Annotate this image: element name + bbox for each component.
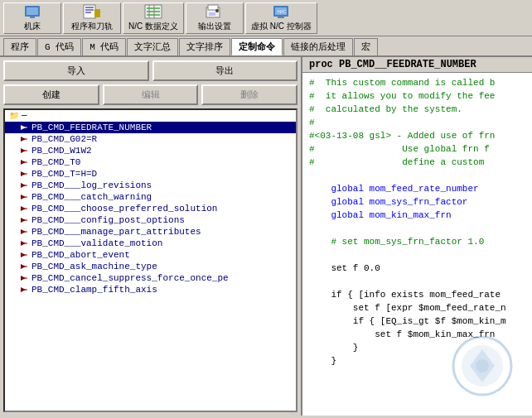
tree-item-t0-label: PB_CMD_T0 xyxy=(31,157,80,167)
cmd-arrow-icon-11 xyxy=(18,262,30,271)
cmd-arrow-icon-13 xyxy=(18,285,30,295)
main-content: 导入 导出 创建 编辑 删除 📁 ─ PB_CMD_FEEDRATE_NUMBE… xyxy=(0,57,532,416)
tree-item-manage-label: PB_CMD___manage_part_attributes xyxy=(31,227,201,237)
tab-row: 程序 G 代码 M 代码 文字汇总 文字排序 定制命令 链接的后处理 宏 xyxy=(0,36,532,57)
tree-item-choose[interactable]: PB_CMD___choose_preferred_solution xyxy=(5,203,296,214)
tree-item-clamp[interactable]: PB_CMD_clamp_fifth_axis xyxy=(5,284,296,295)
create-button[interactable]: 创建 xyxy=(3,84,99,105)
code-line-6: # define a custom xyxy=(309,156,525,169)
code-editor: proc PB_CMD__FEEDRATE_NUMBER # This cust… xyxy=(302,57,532,416)
toolbar-machine-label: 机床 xyxy=(24,21,41,32)
code-line-2: # calculated by the system. xyxy=(309,103,525,116)
tree-item-validate-label: PB_CMD___validate_motion xyxy=(31,238,162,248)
toolbar-program-label: 程序和刀轨 xyxy=(71,21,113,32)
tree-item-t0[interactable]: PB_CMD_T0 xyxy=(5,156,296,168)
tree-item-ask-machine-label: PB_CMD_ask_machine_type xyxy=(31,262,157,271)
tree-item-validate[interactable]: PB_CMD___validate_motion xyxy=(5,238,296,249)
left-panel: 导入 导出 创建 编辑 删除 📁 ─ PB_CMD_FEEDRATE_NUMBE… xyxy=(0,57,302,416)
toolbar-machine-btn[interactable]: 机床 xyxy=(3,2,61,34)
tree-item-thd[interactable]: PB_CMD_T=H=D xyxy=(5,168,296,180)
tab-text-arrange[interactable]: 文字排序 xyxy=(179,38,230,55)
code-line-10: global mom_kin_max_frn xyxy=(309,209,525,222)
toolbar-program-btn[interactable]: 程序和刀轨 xyxy=(63,2,121,34)
export-button[interactable]: 导出 xyxy=(152,60,298,81)
program-icon xyxy=(83,4,101,19)
tree-item-cancel-label: PB_CMD_cancel_suppress_force_once_pe xyxy=(31,273,229,283)
tree-item-abort[interactable]: PB_CMD_abort_event xyxy=(5,249,296,261)
code-line-13 xyxy=(309,248,525,262)
virtual-nc-icon: N/C xyxy=(272,4,290,19)
import-button[interactable]: 导入 xyxy=(3,60,149,81)
output-icon xyxy=(206,4,224,19)
command-tree[interactable]: 📁 ─ PB_CMD_FEEDRATE_NUMBER PB_CMD_G02=R xyxy=(3,108,297,412)
proc-header: proc PB_CMD__FEEDRATE_NUMBER xyxy=(302,57,532,73)
tree-item-cancel[interactable]: PB_CMD_cancel_suppress_force_once_pe xyxy=(5,272,296,284)
svg-rect-7 xyxy=(94,9,100,17)
tree-item-abort-label: PB_CMD_abort_event xyxy=(31,250,130,260)
tree-item-log[interactable]: PB_CMD___log_revisions xyxy=(5,180,296,191)
code-line-19: set f $mom_kin_max_frn xyxy=(309,328,525,341)
code-line-17: set f [expr $mom_feed_rate_n xyxy=(309,301,525,315)
code-line-3: # xyxy=(309,116,525,129)
cmd-arrow-icon-8 xyxy=(18,227,30,237)
delete-button[interactable]: 删除 xyxy=(201,84,297,105)
code-line-18: if { [EQ_is_gt $f $mom_kin_m xyxy=(309,315,525,328)
tab-g-code[interactable]: G 代码 xyxy=(37,38,81,55)
svg-point-16 xyxy=(215,9,219,12)
cmd-arrow-icon-12 xyxy=(18,273,30,283)
tab-macro[interactable]: 宏 xyxy=(354,38,378,55)
toolbar-output-btn[interactable]: 输出设置 xyxy=(186,2,244,34)
cmd-arrow-icon-2 xyxy=(18,157,30,167)
svg-rect-2 xyxy=(30,17,35,18)
svg-rect-20 xyxy=(278,17,284,18)
tree-item-feedrate-label: PB_CMD_FEEDRATE_NUMBER xyxy=(31,123,152,132)
tree-item-thd-label: PB_CMD_T=H=D xyxy=(31,169,97,179)
tree-item-choose-label: PB_CMD___choose_preferred_solution xyxy=(31,204,217,214)
code-line-16: if { [info exists mom_feed_rate xyxy=(309,288,525,301)
code-line-20: } xyxy=(309,341,525,354)
toolbar-virtual-nc-btn[interactable]: N/C 虚拟 N/C 控制器 xyxy=(245,2,317,34)
tree-item-catch[interactable]: PB_CMD___catch_warning xyxy=(5,191,296,203)
cmd-arrow-icon-6 xyxy=(18,204,30,214)
cmd-arrow-icon-0 xyxy=(18,134,30,144)
cmd-arrow-icon-4 xyxy=(18,180,30,190)
tree-item-config[interactable]: PB_CMD___config_post_options xyxy=(5,214,296,226)
tree-item-ask-machine[interactable]: PB_CMD_ask_machine_type xyxy=(5,261,296,272)
tab-link-post[interactable]: 链接的后处理 xyxy=(283,38,353,55)
code-line-12: # set mom_sys_frn_factor 1.0 xyxy=(309,235,525,248)
tab-program[interactable]: 程序 xyxy=(3,38,36,55)
tree-item-manage[interactable]: PB_CMD___manage_part_attributes xyxy=(5,226,296,238)
tree-item-w1w2[interactable]: PB_CMD_W1W2 xyxy=(5,145,296,156)
tree-root-label: ─ xyxy=(22,111,27,121)
cmd-arrow-icon-selected xyxy=(18,123,30,132)
tree-item-w1w2-label: PB_CMD_W1W2 xyxy=(31,146,92,156)
code-line-21: } xyxy=(309,354,525,368)
tab-custom-cmd[interactable]: 定制命令 xyxy=(231,38,283,55)
code-line-15 xyxy=(309,275,525,288)
folder-icon: 📁 xyxy=(8,111,20,121)
create-edit-row: 创建 编辑 删除 xyxy=(0,84,301,108)
cmd-arrow-icon-7 xyxy=(18,215,30,225)
cmd-arrow-icon-3 xyxy=(18,169,30,179)
svg-rect-1 xyxy=(27,7,38,15)
edit-button[interactable]: 编辑 xyxy=(103,84,199,105)
tab-text-summary[interactable]: 文字汇总 xyxy=(127,38,178,55)
tree-item-log-label: PB_CMD___log_revisions xyxy=(31,180,152,190)
tree-item-go2r[interactable]: PB_CMD_G02=R xyxy=(5,133,296,145)
cmd-arrow-icon-9 xyxy=(18,238,30,248)
code-line-8: global mom_feed_rate_number xyxy=(309,182,525,195)
tree-item-go2r-label: PB_CMD_G02=R xyxy=(31,134,97,144)
import-export-row: 导入 导出 xyxy=(0,57,301,84)
svg-rect-3 xyxy=(84,5,95,18)
code-line-11 xyxy=(309,222,525,235)
tree-root-folder[interactable]: 📁 ─ xyxy=(5,110,296,122)
code-line-14: set f 0.0 xyxy=(309,262,525,275)
main-toolbar: 机床 程序和刀轨 N/C 数据定义 xyxy=(0,0,532,36)
cmd-arrow-icon-10 xyxy=(18,250,30,260)
code-line-5: # Use global frn f xyxy=(309,142,525,156)
cmd-arrow-icon-1 xyxy=(18,146,30,156)
tree-item-feedrate-number[interactable]: PB_CMD_FEEDRATE_NUMBER xyxy=(5,122,296,133)
code-body[interactable]: # This custom command is called b # it a… xyxy=(302,73,532,416)
tab-m-code[interactable]: M 代码 xyxy=(82,38,126,55)
toolbar-nc-data-btn[interactable]: N/C 数据定义 xyxy=(123,2,184,34)
